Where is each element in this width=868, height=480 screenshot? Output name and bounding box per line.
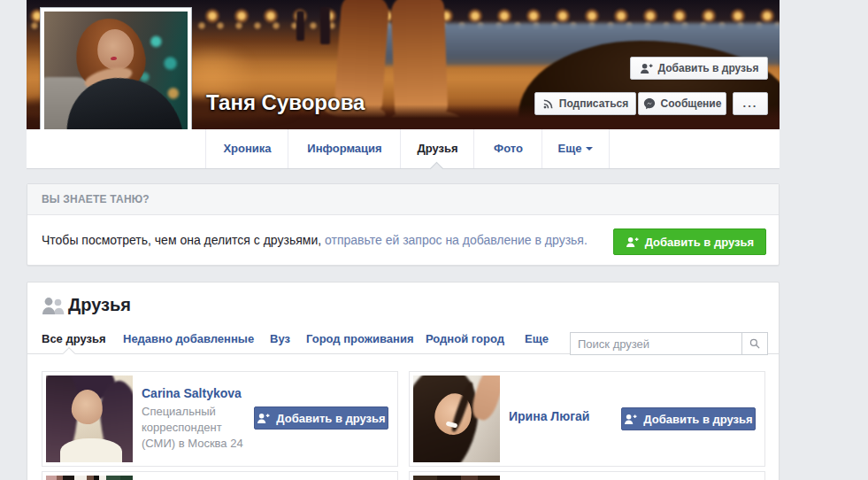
tab-photos[interactable]: Фото bbox=[473, 129, 542, 168]
friend-subtitle: Специальный корреспондент (СМИ) в Москва… bbox=[142, 404, 252, 452]
add-friend-button-label: Добавить в друзья bbox=[276, 412, 385, 425]
profile-picture-image bbox=[44, 12, 188, 148]
do-you-know-text: Чтобы посмотреть, чем она делится с друз… bbox=[42, 233, 588, 247]
filter-all-friends-label: Все друзья bbox=[42, 332, 106, 345]
filter-recently-added-label: Недавно добавленные bbox=[123, 332, 254, 345]
profile-nav-bar: Хроника Информация Друзья Фото Еще bbox=[27, 129, 780, 169]
do-you-know-header: ВЫ ЗНАЕТЕ ТАНЮ? bbox=[27, 184, 779, 215]
add-friend-button[interactable]: Добавить в друзья bbox=[254, 406, 388, 430]
filter-college[interactable]: Вуз bbox=[270, 329, 290, 353]
filter-more-label: Еще bbox=[525, 332, 549, 345]
profile-name: Таня Суворова bbox=[206, 90, 365, 115]
friends-search-button[interactable] bbox=[741, 332, 768, 355]
tab-about-label: Информация bbox=[307, 142, 381, 155]
tab-photos-label: Фото bbox=[494, 142, 523, 155]
person-add-icon bbox=[640, 63, 653, 74]
filter-current-city-label: Город проживания bbox=[306, 332, 414, 345]
friends-search-input[interactable] bbox=[570, 332, 741, 355]
search-icon bbox=[749, 338, 760, 349]
filter-college-label: Вуз bbox=[270, 332, 290, 345]
follow-label: Подписаться bbox=[559, 97, 628, 110]
add-friend-green-button[interactable]: Добавить в друзья bbox=[613, 228, 766, 255]
friend-card-carina: Carina Saltykova Специальный корреспонде… bbox=[42, 371, 398, 467]
do-you-know-body: Чтобы посмотреть, чем она делится с друз… bbox=[27, 215, 779, 266]
ellipsis-icon: ... bbox=[743, 99, 758, 108]
do-you-know-message: Чтобы посмотреть, чем она делится с друз… bbox=[42, 233, 325, 247]
facebook-profile-page: Таня Суворова Добавить в друзья Подписат… bbox=[0, 0, 868, 480]
message-label: Сообщение bbox=[661, 97, 722, 110]
tab-about[interactable]: Информация bbox=[288, 129, 401, 168]
person-add-icon bbox=[626, 236, 639, 248]
friend-photo-partial[interactable] bbox=[46, 476, 133, 480]
tab-more[interactable]: Еще bbox=[542, 129, 610, 168]
person-add-icon bbox=[257, 413, 270, 424]
friend-photo-carina[interactable] bbox=[46, 375, 133, 462]
caret-down-icon bbox=[586, 147, 593, 154]
cover-person-silhouette bbox=[320, 7, 330, 44]
tab-friends-label: Друзья bbox=[417, 142, 457, 155]
friends-section: Друзья Все друзья Недавно добавленные Ву… bbox=[27, 282, 780, 480]
add-friend-button[interactable]: Добавить в друзья bbox=[621, 407, 756, 430]
add-friend-green-label: Добавить в друзья bbox=[645, 236, 754, 249]
photo-clothing bbox=[60, 438, 123, 462]
filter-hometown-label: Родной город bbox=[426, 332, 504, 345]
friends-icon bbox=[42, 297, 65, 315]
friend-name-link[interactable]: Ирина Люгай bbox=[509, 409, 589, 423]
messenger-icon bbox=[643, 97, 656, 110]
friend-name-link[interactable]: Carina Saltykova bbox=[142, 386, 242, 400]
follow-icon bbox=[542, 98, 554, 110]
friend-card-irina: Ирина Люгай Добавить в друзья bbox=[409, 371, 765, 467]
send-request-link[interactable]: отправьте ей запрос на добавление в друз… bbox=[325, 233, 588, 247]
cover-leg-right bbox=[391, 0, 449, 120]
add-friend-button-label: Добавить в друзья bbox=[643, 413, 752, 426]
filter-all-friends[interactable]: Все друзья bbox=[42, 329, 106, 353]
friends-section-title: Друзья bbox=[68, 295, 131, 315]
tab-more-label: Еще bbox=[558, 142, 582, 155]
filter-hometown[interactable]: Родной город bbox=[426, 329, 504, 353]
tab-timeline[interactable]: Хроника bbox=[205, 129, 288, 168]
friend-card-partial bbox=[42, 471, 398, 480]
person-add-icon bbox=[624, 414, 637, 425]
tab-timeline-label: Хроника bbox=[223, 142, 271, 155]
cover-more-button[interactable]: ... bbox=[733, 92, 768, 115]
cover-add-friend-button[interactable]: Добавить в друзья bbox=[630, 57, 768, 80]
filter-current-city[interactable]: Город проживания bbox=[306, 329, 414, 353]
follow-button[interactable]: Подписаться bbox=[534, 92, 636, 115]
friend-photo-partial[interactable] bbox=[413, 476, 500, 480]
message-button[interactable]: Сообщение bbox=[638, 92, 726, 115]
friend-card-partial bbox=[409, 471, 765, 480]
cover-person-silhouette bbox=[296, 11, 304, 41]
friends-search bbox=[570, 332, 768, 355]
cover-add-friend-label: Добавить в друзья bbox=[658, 62, 759, 74]
do-you-know-card: ВЫ ЗНАЕТЕ ТАНЮ? Чтобы посмотреть, чем он… bbox=[27, 183, 780, 266]
filter-recently-added[interactable]: Недавно добавленные bbox=[123, 329, 254, 353]
filter-more[interactable]: Еще bbox=[525, 329, 549, 353]
friend-photo-irina[interactable] bbox=[413, 375, 500, 462]
